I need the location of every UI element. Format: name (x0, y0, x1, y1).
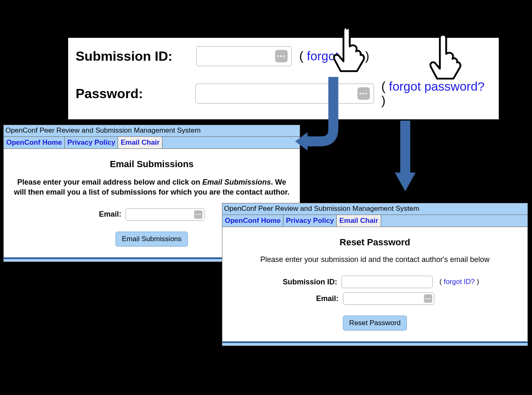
submission-id-input[interactable] (341, 276, 433, 288)
nav-bar: OpenConf Home Privacy Policy Email Chair (4, 137, 300, 149)
nav-home-link[interactable]: OpenConf Home (222, 215, 283, 227)
email-label: Email: (99, 210, 121, 219)
password-input[interactable] (195, 84, 374, 104)
nav-email-chair-link[interactable]: Email Chair (337, 215, 381, 227)
password-label: Password: (76, 86, 195, 101)
submission-id-label: Submission ID: (271, 278, 337, 286)
instructions: Please enter your submission id and the … (230, 255, 520, 264)
nav-bar: OpenConf Home Privacy Policy Email Chair (222, 215, 527, 227)
forgot-id-link[interactable]: forgot ID? (444, 278, 475, 286)
keychain-icon: ••• (424, 294, 432, 303)
reset-password-panel: OpenConf Peer Review and Submission Mana… (222, 203, 528, 346)
forgot-id-wrapper: ( forgot ID? ) (439, 278, 479, 286)
footer-bar (222, 341, 527, 346)
pointer-hand-icon (324, 22, 370, 76)
nav-privacy-link[interactable]: Privacy Policy (283, 215, 337, 227)
keychain-icon: ••• (275, 50, 288, 62)
email-input[interactable] (343, 292, 434, 305)
email-label: Email: (272, 294, 339, 303)
page-heading: Email Submissions (11, 159, 292, 170)
pointer-hand-icon (421, 29, 466, 83)
keychain-icon: ••• (194, 210, 202, 219)
page-heading: Reset Password (230, 237, 520, 248)
reset-password-button[interactable]: Reset Password (343, 316, 407, 331)
keychain-icon: ••• (357, 87, 370, 100)
banner-text: OpenConf Peer Review and Submission Mana… (222, 203, 527, 215)
email-submissions-button[interactable]: Email Submissions (116, 232, 188, 247)
nav-home-link[interactable]: OpenConf Home (4, 137, 65, 148)
submission-id-label: Submission ID: (76, 49, 196, 64)
email-input[interactable] (126, 208, 204, 221)
nav-privacy-link[interactable]: Privacy Policy (65, 137, 118, 148)
nav-email-chair-link[interactable]: Email Chair (118, 137, 163, 148)
banner-text: OpenConf Peer Review and Submission Mana… (4, 125, 300, 137)
svg-marker-1 (395, 173, 416, 191)
instructions: Please enter your email address below an… (11, 177, 292, 198)
forgot-pw-wrapper: ( forgot password? ) (382, 79, 492, 108)
